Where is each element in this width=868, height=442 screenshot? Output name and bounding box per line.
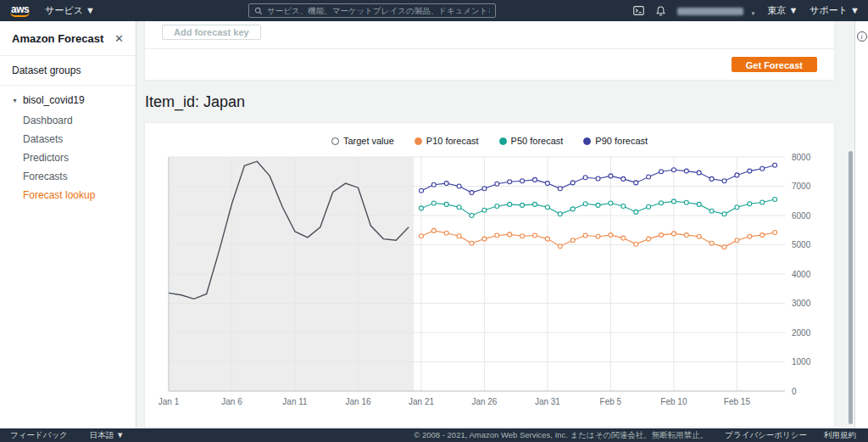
p10-forecast-point [684,233,688,238]
p10-forecast-point [621,236,626,240]
language-menu[interactable]: 日本語 ▼ [90,430,125,441]
sidebar-item-dataset-groups[interactable]: Dataset groups [0,56,136,85]
support-menu[interactable]: サポート ▼ [810,4,860,17]
vertical-scrollbar-thumb[interactable] [849,151,853,424]
p50-forecast-point [748,202,752,206]
terms-link[interactable]: 利用規約 [824,430,856,441]
p90-forecast-point [470,191,474,195]
p50-forecast-point [659,201,664,205]
p90-forecast-point [482,187,487,191]
cloudshell-icon[interactable] [633,6,644,15]
legend-item-p90-forecast[interactable]: P90 forecast [583,136,648,146]
p10-forecast-point [508,232,512,237]
p90-forecast-point [684,169,688,173]
sidebar-item-dashboard[interactable]: Dashboard [0,111,136,130]
p10-forecast-point [659,233,664,238]
info-icon[interactable]: i [857,31,867,42]
p50-forecast-point [621,204,626,209]
account-name-redacted [677,8,743,15]
p10-forecast-point [558,244,562,249]
sidebar-header: Amazon Forecast ✕ [0,21,136,55]
x-tick-label: Jan 21 [409,397,434,406]
x-tick-label: Feb 15 [724,397,751,406]
y-tick-label: 5000 [792,240,811,249]
p90-forecast-point [773,163,777,167]
p90-forecast-point [533,177,537,182]
p10-forecast-point [533,233,537,238]
p50-legend-marker-icon [499,137,507,145]
sidebar-group-bisol-covid19[interactable]: ▼ bisol_covid19 [0,86,136,111]
chevron-down-icon: ▼ [12,98,18,104]
p10-forecast-point [634,242,638,246]
p90-forecast-point [722,179,726,183]
p90-forecast-point [420,188,424,193]
notifications-bell-icon[interactable] [656,6,665,16]
form-footer-divider [145,48,834,49]
x-tick-label: Jan 16 [345,397,370,406]
p10-forecast-point [735,238,739,243]
x-tick-label: Jan 1 [159,397,180,406]
sidebar-item-forecasts[interactable]: Forecasts [0,167,136,186]
p50-forecast-point [709,209,714,213]
global-search[interactable] [248,3,496,18]
sidebar-item-datasets[interactable]: Datasets [0,130,136,148]
legend-item-p50-forecast[interactable]: P50 forecast [499,136,564,146]
sidebar-group-label: bisol_covid19 [23,94,85,106]
sidebar-item-predictors[interactable]: Predictors [0,148,136,167]
p50-forecast-point [609,201,613,205]
footer-right-group: © 2008 - 2021, Amazon Web Services, Inc.… [414,430,856,441]
p10-legend-marker-icon [415,137,422,145]
p50-forecast-point [444,202,448,206]
p90-forecast-point [735,173,739,177]
p10-forecast-point [444,231,448,235]
region-menu[interactable]: 東京 ▼ [767,4,798,17]
p50-forecast-point [722,212,726,216]
p90-legend-marker-icon [583,137,591,145]
y-tick-label: 8000 [792,153,811,162]
p10-forecast-point [470,241,474,245]
sidebar-title: Amazon Forecast [12,32,103,45]
target-value-legend-marker-icon [331,137,339,145]
p50-forecast-point [431,201,436,205]
get-forecast-button[interactable]: Get Forecast [732,57,817,72]
y-tick-label: 2000 [792,328,811,338]
p10-forecast-point [609,233,613,238]
p50-forecast-point [583,202,587,206]
services-menu[interactable]: サービス ▼ [45,4,95,17]
p90-forecast-point [621,176,626,181]
p90-forecast-point [545,182,549,186]
legend-label: P90 forecast [595,136,648,146]
main-content: Add forecast key Get Forecast Item_id: J… [136,21,854,428]
p90-forecast-point [495,182,499,186]
p50-forecast-point [558,212,562,216]
legend-item-target-value[interactable]: Target value [331,136,394,146]
p50-forecast-point [697,202,701,206]
feedback-link[interactable]: フィードバック [10,430,68,441]
x-tick-label: Feb 5 [600,397,622,406]
p10-forecast-point [520,234,525,238]
p50-forecast-point [520,203,525,207]
y-tick-label: 7000 [792,182,811,191]
p90-forecast-point [709,176,714,181]
p50-forecast-point [533,202,537,206]
topbar-right-group: ▼ 東京 ▼ サポート ▼ [633,3,860,19]
p50-forecast-point [470,214,474,218]
privacy-policy-link[interactable]: プライバシーポリシー [725,430,807,441]
add-forecast-key-button[interactable]: Add forecast key [162,25,261,40]
account-menu[interactable]: ▼ [677,3,755,19]
forecast-chart-card: Target value P10 forecast P50 forecast P… [144,122,835,428]
p90-forecast-point [596,176,600,181]
p50-forecast-point [760,200,765,204]
p50-forecast-point [647,204,651,209]
p10-forecast-point [482,237,487,241]
aws-logo[interactable]: aws [8,3,31,18]
footer-bar: フィードバック 日本語 ▼ © 2008 - 2021, Amazon Web … [0,428,868,442]
p50-forecast-point [495,204,499,209]
close-icon[interactable]: ✕ [114,33,124,44]
p90-forecast-point [508,180,512,184]
sidebar-item-forecast-lookup[interactable]: Forecast lookup [0,186,136,204]
p10-forecast-point [545,237,549,241]
search-input[interactable] [267,6,490,15]
p10-forecast-point [583,233,587,238]
legend-item-p10-forecast[interactable]: P10 forecast [415,136,479,146]
